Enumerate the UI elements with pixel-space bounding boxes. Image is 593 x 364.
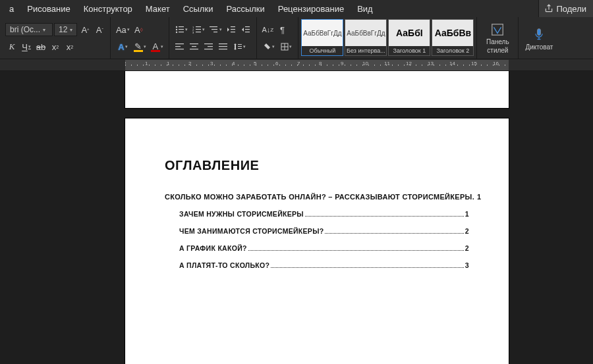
increase-font-button[interactable]: A^	[78, 22, 92, 37]
style-heading2[interactable]: АаБбВв Заголовок 2	[432, 19, 474, 56]
menu-item[interactable]: Рецензирование	[271, 1, 351, 16]
toc-text: А ГРАФИК КАКОЙ?	[179, 244, 247, 252]
toc-entry[interactable]: СКОЛЬКО МОЖНО ЗАРАБОТАТЬ ОНЛАЙН? – РАССК…	[165, 193, 469, 201]
line-spacing-button[interactable]: ▾	[231, 39, 247, 54]
font-color-button[interactable]: A▾	[149, 39, 165, 54]
strikethrough-button[interactable]: ab	[34, 39, 47, 54]
change-case-button[interactable]: Aa▾	[115, 22, 130, 37]
document-area[interactable]: ОГЛАВЛЕНИЕ СКОЛЬКО МОЖНО ЗАРАБОТАТЬ ОНЛА…	[0, 71, 593, 364]
increase-indent-button[interactable]	[239, 22, 252, 37]
paragraph-extra-group: A↓Z ¶ ▾ ▾	[257, 17, 298, 59]
align-right-button[interactable]	[202, 39, 215, 54]
ruler-tick: 15	[471, 61, 477, 66]
menu-item[interactable]: Ссылки	[177, 1, 220, 16]
align-center-button[interactable]	[188, 39, 201, 54]
ruler-tick: 1	[167, 61, 169, 66]
font-name-selector[interactable]: bri (Ос...▾	[5, 23, 53, 36]
ribbon: bri (Ос...▾ 12▾ A^ Aˇ K Ч▾ ab x2 x2 Aa▾ …	[0, 17, 593, 59]
svg-point-0	[176, 26, 177, 28]
svg-rect-28	[208, 46, 213, 47]
decrease-font-button[interactable]: Aˇ	[93, 22, 106, 37]
menu-bar: а Рисование Конструктор Макет Ссылки Рас…	[0, 0, 593, 17]
ruler-tick: 2	[125, 61, 126, 66]
table-of-contents[interactable]: СКОЛЬКО МОЖНО ЗАРАБОТАТЬ ОНЛАЙН? – РАССК…	[165, 193, 469, 269]
svg-rect-1	[179, 26, 184, 27]
align-left-button[interactable]	[173, 39, 186, 54]
ruler-tick: 1	[145, 61, 148, 66]
toc-entry[interactable]: ЗАЧЕМ НУЖНЫ СТОРИСМЕЙКЕРЫ1	[165, 210, 469, 218]
text-effects-button[interactable]: A▾	[115, 39, 130, 54]
svg-rect-7	[196, 26, 201, 27]
toc-leader	[325, 227, 463, 234]
svg-rect-29	[204, 49, 213, 49]
svg-rect-14	[213, 32, 217, 32]
svg-rect-36	[238, 48, 242, 49]
svg-rect-32	[219, 49, 227, 49]
svg-rect-9	[196, 29, 201, 30]
svg-rect-34	[238, 44, 242, 45]
svg-rect-20	[245, 32, 250, 32]
style-no-spacing[interactable]: АаБбВвГгДд Без интерва...	[345, 19, 387, 56]
ruler-tick: 10	[362, 61, 368, 66]
toc-leader	[305, 210, 464, 217]
horizontal-ruler[interactable]: 2112345678910111213141516	[125, 60, 509, 70]
italic-button[interactable]: K	[5, 39, 18, 54]
menu-item[interactable]: а	[3, 1, 20, 16]
subscript-button[interactable]: x2	[49, 39, 62, 54]
ruler-tick: 14	[449, 61, 455, 66]
show-marks-button[interactable]: ¶	[275, 22, 289, 37]
bullets-button[interactable]: ▾	[173, 22, 189, 37]
menu-item[interactable]: Рисование	[20, 1, 76, 16]
ruler-tick: 6	[275, 61, 278, 66]
styles-pane-button[interactable]: Панель стилей	[481, 20, 514, 57]
toc-entry[interactable]: А ПЛАТЯТ-ТО СКОЛЬКО?3	[165, 261, 469, 269]
toc-entry[interactable]: А ГРАФИК КАКОЙ?2	[165, 244, 469, 252]
highlight-button[interactable]: ✎▾	[132, 39, 148, 54]
toc-page: 1	[465, 210, 469, 218]
svg-rect-33	[235, 45, 236, 49]
ruler-tick: 4	[232, 61, 235, 66]
svg-point-2	[176, 29, 177, 30]
menu-item[interactable]: Рассылки	[219, 1, 271, 16]
svg-rect-5	[179, 32, 184, 32]
style-heading1[interactable]: АаБбІ Заголовок 1	[388, 19, 430, 56]
borders-button[interactable]: ▾	[278, 39, 294, 54]
voice-group: Диктоват	[519, 17, 559, 59]
svg-rect-16	[231, 29, 235, 30]
ruler-tick: 13	[428, 61, 434, 66]
sort-button[interactable]: A↓Z	[261, 22, 274, 37]
ruler-tick: 8	[319, 61, 322, 66]
toc-text: ЗАЧЕМ НУЖНЫ СТОРИСМЕЙКЕРЫ	[179, 210, 304, 218]
multilevel-list-button[interactable]: ▾	[208, 22, 223, 37]
underline-button[interactable]: Ч▾	[20, 39, 33, 54]
page-previous[interactable]	[125, 71, 509, 108]
microphone-icon	[532, 26, 546, 42]
menu-item[interactable]: Макет	[139, 1, 177, 16]
numbering-button[interactable]: 123▾	[190, 22, 206, 37]
svg-rect-17	[231, 32, 235, 32]
font-effects-group: Aa▾ A◊ A▾ ✎▾ A▾	[111, 17, 169, 59]
svg-rect-3	[179, 29, 184, 30]
toc-entry[interactable]: ЧЕМ ЗАНИМАЮТСЯ СТОРИСМЕЙКЕРЫ?2	[165, 227, 469, 235]
ruler-tick: 7	[297, 61, 300, 66]
toc-text: А ПЛАТЯТ-ТО СКОЛЬКО?	[179, 261, 269, 269]
share-button[interactable]: Подели	[538, 0, 593, 17]
paragraph-group: ▾ 123▾ ▾ ▾	[169, 17, 257, 59]
justify-button[interactable]	[217, 39, 230, 54]
styles-pane-group: Панель стилей	[477, 17, 519, 59]
decrease-indent-button[interactable]	[225, 22, 238, 37]
clear-formatting-button[interactable]: A◊	[132, 22, 145, 37]
font-group: bri (Ос...▾ 12▾ A^ Aˇ K Ч▾ ab x2 x2	[1, 17, 111, 59]
font-size-selector[interactable]: 12▾	[54, 23, 77, 36]
menu-item[interactable]: Вид	[351, 1, 380, 16]
ruler-tick: 5	[254, 61, 256, 66]
superscript-button[interactable]: x2	[63, 39, 76, 54]
svg-rect-31	[219, 46, 227, 47]
menu-item[interactable]: Конструктор	[77, 1, 139, 16]
dictate-button[interactable]: Диктоват	[522, 20, 555, 57]
shading-button[interactable]: ▾	[261, 39, 277, 54]
page-current[interactable]: ОГЛАВЛЕНИЕ СКОЛЬКО МОЖНО ЗАРАБОТАТЬ ОНЛА…	[125, 118, 509, 364]
style-normal[interactable]: АаБбВвГгДд Обычный	[301, 19, 343, 56]
document-heading[interactable]: ОГЛАВЛЕНИЕ	[165, 158, 469, 173]
svg-rect-13	[212, 29, 217, 30]
